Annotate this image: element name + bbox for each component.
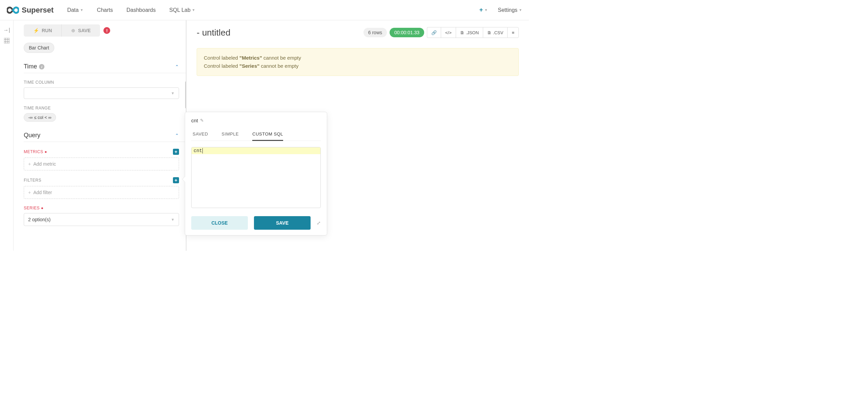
section-time: Timei ⌃ TIME COLUMN ▼ TIME RANGE -∞ ≤ co… — [24, 63, 186, 122]
nav-sqllab[interactable]: SQL Lab▼ — [169, 7, 195, 13]
action-bar: ⚡RUN ⊕SAVE ! — [24, 24, 186, 37]
infinity-icon — [7, 6, 19, 14]
add-button[interactable]: +▼ — [479, 6, 488, 14]
caret-down-icon: ▼ — [484, 8, 488, 12]
popover-arrow — [182, 177, 185, 182]
series-label: SERIES — [24, 206, 40, 210]
metrics-input[interactable]: + Add metric — [24, 158, 179, 170]
nav-dashboards[interactable]: Dashboards — [126, 7, 156, 13]
time-column-label: TIME COLUMN — [24, 80, 54, 85]
warning-box: Control labeled "Metrics" cannot be empt… — [197, 48, 519, 76]
plus-icon: + — [28, 161, 31, 167]
tab-saved[interactable]: SAVED — [193, 128, 208, 141]
chart-tools: 6 rows 00:00:01.33 🔗 </> 🗎.JSON 🗎.CSV ≡ — [363, 27, 519, 38]
warning-line-metrics: Control labeled "Metrics" cannot be empt… — [204, 54, 512, 62]
expand-icon[interactable]: ⤢ — [317, 220, 321, 226]
svg-rect-0 — [4, 38, 9, 43]
nav-settings[interactable]: Settings▼ — [498, 7, 522, 13]
time-badge: 00:00:01.33 — [390, 28, 424, 37]
link-icon: 🔗 — [431, 30, 437, 35]
time-range-pill[interactable]: -∞ ≤ col < ∞ — [24, 113, 56, 122]
csv-button[interactable]: 🗎.CSV — [483, 27, 507, 38]
menu-icon: ≡ — [512, 30, 514, 35]
embed-button[interactable]: </> — [441, 27, 456, 38]
tab-simple[interactable]: SIMPLE — [222, 128, 239, 141]
link-button[interactable]: 🔗 — [427, 27, 441, 38]
nav-data[interactable]: Data▼ — [67, 7, 83, 13]
field-metrics: METRICS ●+ + Add metric — [24, 149, 186, 170]
add-filter-button[interactable]: + — [173, 177, 179, 183]
field-time-column: TIME COLUMN ▼ — [24, 80, 186, 99]
filters-label: FILTERS — [24, 178, 41, 183]
text-cursor — [202, 148, 203, 153]
run-button[interactable]: ⚡RUN — [24, 24, 62, 37]
control-panel: ⚡RUN ⊕SAVE ! Bar Chart Timei ⌃ TIME COLU… — [14, 20, 186, 251]
info-icon[interactable]: i — [39, 64, 44, 69]
logo[interactable]: Superset — [7, 6, 54, 15]
grid-icon[interactable] — [4, 38, 9, 45]
time-range-label: TIME RANGE — [24, 106, 51, 110]
popover-title[interactable]: cnt✎ — [191, 118, 321, 123]
tool-group: 🔗 </> 🗎.JSON 🗎.CSV ≡ — [427, 27, 519, 38]
metrics-label: METRICS — [24, 149, 43, 154]
viz-type-chip[interactable]: Bar Chart — [24, 43, 54, 53]
chart-header: - untitled 6 rows 00:00:01.33 🔗 </> 🗎.JS… — [197, 27, 519, 38]
metric-popover: cnt✎ SAVED SIMPLE CUSTOM SQL cnt CLOSE S… — [185, 112, 327, 235]
nav-charts[interactable]: Charts — [97, 7, 113, 13]
caret-down-icon: ▼ — [519, 8, 522, 12]
json-button[interactable]: 🗎.JSON — [456, 27, 483, 38]
series-select[interactable]: 2 option(s)▼ — [24, 213, 179, 226]
filters-input[interactable]: + Add filter — [24, 186, 179, 199]
nav-right: +▼ Settings▼ — [479, 6, 522, 14]
plus-icon: + — [28, 190, 31, 195]
warning-line-series: Control labeled "Series" cannot be empty — [204, 62, 512, 70]
caret-down-icon: ▼ — [171, 91, 175, 95]
chart-title[interactable]: - untitled — [197, 27, 231, 38]
popover-save-button[interactable]: SAVE — [254, 216, 311, 230]
field-series: SERIES ● 2 option(s)▼ — [24, 206, 186, 226]
caret-down-icon: ▼ — [171, 218, 175, 222]
file-icon: 🗎 — [487, 30, 492, 35]
file-icon: 🗎 — [460, 30, 465, 35]
error-dot-icon: ● — [41, 206, 44, 210]
tab-custom-sql[interactable]: CUSTOM SQL — [252, 128, 283, 141]
section-query-header[interactable]: Query ⌃ — [24, 132, 186, 142]
bolt-icon: ⚡ — [33, 28, 39, 33]
pencil-icon[interactable]: ✎ — [200, 118, 204, 123]
section-time-title: Time — [24, 63, 37, 70]
popover-tabs: SAVED SIMPLE CUSTOM SQL — [191, 128, 321, 141]
add-metric-button[interactable]: + — [173, 149, 179, 155]
rows-badge: 6 rows — [363, 28, 387, 37]
nav-items: Data▼ Charts Dashboards SQL Lab▼ — [67, 7, 479, 13]
sql-editor[interactable]: cnt — [191, 147, 321, 208]
caret-down-icon: ▼ — [192, 8, 195, 12]
field-time-range: TIME RANGE -∞ ≤ col < ∞ — [24, 106, 186, 122]
top-nav: Superset Data▼ Charts Dashboards SQL Lab… — [0, 0, 529, 20]
menu-button[interactable]: ≡ — [507, 27, 519, 38]
caret-down-icon: ▼ — [80, 8, 83, 12]
save-button[interactable]: ⊕SAVE — [62, 24, 100, 37]
field-filters: FILTERS+ + Add filter — [24, 177, 186, 199]
plus-circle-icon: ⊕ — [71, 28, 75, 33]
section-time-header[interactable]: Timei ⌃ — [24, 63, 186, 73]
popover-footer: CLOSE SAVE ⤢ — [191, 216, 321, 230]
code-icon: </> — [445, 30, 452, 35]
chevron-up-icon: ⌃ — [175, 133, 179, 138]
close-button[interactable]: CLOSE — [191, 216, 248, 230]
section-query-title: Query — [24, 132, 40, 139]
brand-name: Superset — [22, 6, 54, 15]
error-dot-icon: ● — [44, 149, 47, 154]
chevron-up-icon: ⌃ — [175, 64, 179, 69]
left-rail: →| — [0, 20, 14, 251]
time-column-select[interactable]: ▼ — [24, 87, 179, 99]
expand-panel-icon[interactable]: →| — [3, 27, 10, 33]
error-icon[interactable]: ! — [103, 27, 110, 34]
section-query: Query ⌃ METRICS ●+ + Add metric FILTERS+… — [24, 132, 186, 226]
